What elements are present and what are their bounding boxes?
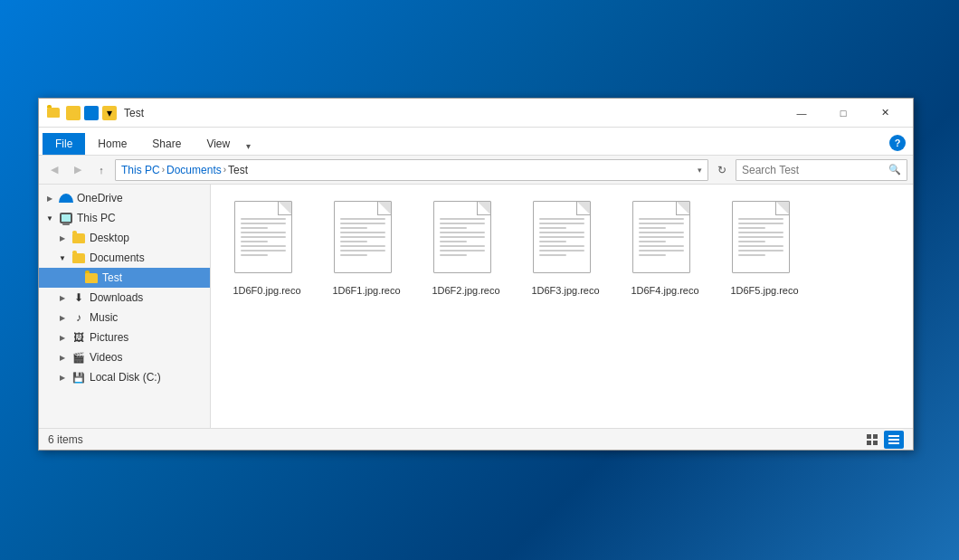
music-icon: ♪: [71, 310, 86, 325]
breadcrumb-pc[interactable]: This PC: [121, 164, 160, 176]
sidebar-item-videos[interactable]: ▶ 🎬 Videos: [39, 347, 210, 367]
sidebar-label-documents: Documents: [90, 252, 145, 264]
address-bar: ◀ ▶ ↑ This PC › Documents › Test ▾ ↻ 🔍: [39, 156, 913, 185]
file-name: 1D6F0.jpg.reco: [233, 284, 300, 297]
file-name: 1D6F2.jpg.reco: [432, 284, 499, 297]
videos-icon: 🎬: [71, 350, 86, 365]
sidebar-item-pictures[interactable]: ▶ 🖼 Pictures: [39, 327, 210, 347]
sep-2: ›: [223, 165, 226, 175]
minimize-button[interactable]: —: [781, 99, 822, 128]
search-icon[interactable]: 🔍: [888, 164, 901, 176]
file-icon: [234, 201, 299, 280]
sidebar-item-desktop[interactable]: ▶ Desktop: [39, 228, 210, 248]
refresh-button[interactable]: ↻: [712, 160, 732, 180]
svg-rect-0: [867, 434, 871, 439]
expand-arrow-desktop: ▶: [57, 233, 68, 243]
sidebar-label-music: Music: [90, 311, 118, 324]
window-title: Test: [124, 107, 781, 119]
sidebar-item-onedrive[interactable]: ▶ OneDrive: [39, 188, 210, 208]
file-name: 1D6F5.jpg.reco: [730, 284, 798, 297]
view-list-button[interactable]: [862, 431, 882, 449]
drive-icon: 💾: [71, 370, 86, 384]
file-icon: [732, 201, 797, 280]
sidebar-label-downloads: Downloads: [90, 291, 143, 304]
back-button[interactable]: ◀: [44, 160, 64, 180]
documents-icon: [71, 251, 86, 265]
window-icon: [46, 106, 61, 120]
maximize-button[interactable]: □: [822, 99, 864, 128]
item-count: 6 items: [48, 433, 83, 446]
expand-arrow-onedrive: ▶: [44, 193, 55, 204]
ribbon: File Home Share View ▾ ?: [39, 128, 913, 156]
search-input[interactable]: [742, 164, 888, 176]
file-item[interactable]: 1D6F0.jpg.reco: [222, 195, 312, 302]
file-icon: [632, 201, 698, 280]
svg-rect-5: [888, 439, 899, 441]
forward-button[interactable]: ▶: [68, 160, 88, 180]
tab-home[interactable]: Home: [85, 133, 139, 155]
file-name: 1D6F3.jpg.reco: [531, 284, 599, 297]
ribbon-chevron[interactable]: ▾: [242, 141, 254, 151]
qat-btn-1[interactable]: [66, 106, 81, 120]
expand-arrow-documents: ▼: [57, 252, 68, 263]
pictures-icon: 🖼: [71, 330, 86, 345]
qat-btn-3[interactable]: ▾: [102, 106, 117, 120]
breadcrumb-current: Test: [228, 164, 248, 176]
help-button[interactable]: ?: [889, 135, 906, 151]
ribbon-tabs: File Home Share View ▾ ?: [39, 128, 913, 155]
quick-access-toolbar: ▾: [66, 106, 117, 120]
files-grid: 1D6F0.jpg.reco1D6F1.jpg.reco1D6F2.jpg.re…: [222, 195, 902, 302]
file-name: 1D6F1.jpg.reco: [332, 284, 400, 297]
sidebar-label-pictures: Pictures: [90, 331, 128, 344]
file-item[interactable]: 1D6F3.jpg.reco: [520, 195, 611, 302]
file-area: 1D6F0.jpg.reco1D6F1.jpg.reco1D6F2.jpg.re…: [211, 185, 913, 428]
file-item[interactable]: 1D6F4.jpg.reco: [620, 195, 710, 302]
main-area: ▶ OneDrive ▼ This PC ▶ Desktop: [39, 185, 913, 428]
view-detail-button[interactable]: [884, 431, 904, 449]
file-item[interactable]: 1D6F5.jpg.reco: [719, 195, 810, 302]
sidebar-item-downloads[interactable]: ▶ ⬇ Downloads: [39, 288, 210, 308]
close-button[interactable]: ✕: [864, 99, 906, 128]
sidebar-label-videos: Videos: [90, 351, 122, 364]
file-item[interactable]: 1D6F1.jpg.reco: [321, 195, 412, 302]
qat-btn-2[interactable]: [84, 106, 99, 120]
folder-icon: [47, 108, 60, 118]
svg-rect-3: [873, 441, 878, 445]
sidebar-item-localdisk[interactable]: ▶ 💾 Local Disk (C:): [39, 367, 210, 387]
tab-share[interactable]: Share: [139, 133, 194, 155]
up-button[interactable]: ↑: [91, 160, 111, 180]
breadcrumb-documents[interactable]: Documents: [166, 164, 222, 176]
tab-view[interactable]: View: [194, 133, 242, 155]
file-item[interactable]: 1D6F2.jpg.reco: [421, 195, 511, 302]
sidebar-item-documents[interactable]: ▼ Documents: [39, 248, 210, 268]
sidebar-label-desktop: Desktop: [90, 232, 129, 244]
expand-arrow-videos: ▶: [57, 352, 68, 363]
explorer-window: ▾ Test — □ ✕ File Home Share View ▾ ? ◀ …: [38, 98, 914, 451]
expand-arrow-thispc: ▼: [44, 213, 55, 223]
sep-1: ›: [162, 165, 165, 175]
sidebar-item-test[interactable]: Test: [39, 268, 210, 288]
sidebar-label-test: Test: [102, 271, 122, 284]
sidebar-item-thispc[interactable]: ▼ This PC: [39, 208, 210, 228]
onedrive-icon: [59, 191, 73, 205]
window-controls: — □ ✕: [781, 99, 906, 128]
sidebar-item-music[interactable]: ▶ ♪ Music: [39, 308, 210, 327]
expand-arrow-pictures: ▶: [57, 332, 68, 343]
status-bar: 6 items: [39, 428, 913, 450]
sidebar-label-localdisk: Local Disk (C:): [90, 371, 161, 384]
thispc-icon: [59, 211, 73, 225]
svg-rect-4: [888, 435, 899, 437]
tab-file[interactable]: File: [43, 133, 85, 155]
downloads-icon: ⬇: [71, 290, 86, 305]
svg-rect-2: [867, 441, 871, 445]
breadcrumb-bar[interactable]: This PC › Documents › Test ▾: [115, 159, 708, 181]
test-folder-icon: [84, 271, 99, 285]
breadcrumb-dropdown[interactable]: ▾: [698, 166, 702, 175]
file-name: 1D6F4.jpg.reco: [631, 284, 698, 297]
search-bar[interactable]: 🔍: [736, 159, 907, 181]
expand-arrow-localdisk: ▶: [57, 372, 68, 383]
file-icon: [433, 201, 498, 280]
file-icon: [533, 201, 598, 280]
svg-rect-6: [888, 442, 899, 444]
title-bar: ▾ Test — □ ✕: [39, 99, 913, 128]
